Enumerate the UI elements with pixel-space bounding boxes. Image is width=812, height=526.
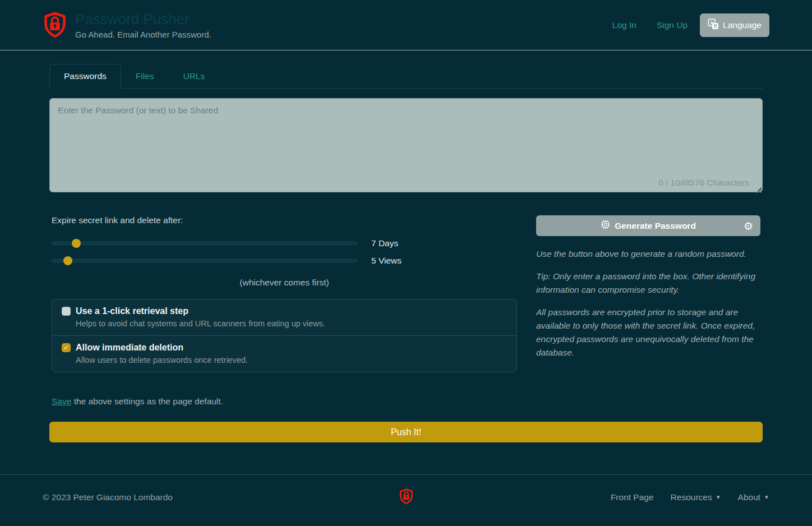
header-nav: Log In Sign Up A Language (605, 13, 769, 37)
generator-tip-paragraph: Tip: Only enter a password into the box.… (536, 270, 760, 297)
retrieval-step-checkbox[interactable] (62, 307, 71, 316)
page-subtitle: Go Ahead. Email Another Password. (75, 30, 211, 39)
password-input[interactable] (49, 98, 763, 192)
deletion-help: Allow users to delete passwords once ret… (76, 356, 507, 364)
generator-help-paragraph: Use the button above to generate a rando… (536, 247, 760, 261)
shield-lock-footer-icon (399, 487, 414, 507)
expire-label: Expire secret link and delete after: (52, 215, 517, 225)
expiration-settings: Expire secret link and delete after: 7 D… (52, 215, 517, 372)
generate-password-button[interactable]: Generate Password ⚙ (536, 215, 760, 236)
gear-icon[interactable]: ⚙ (744, 220, 753, 231)
resources-dropdown[interactable]: Resources▼ (671, 492, 721, 502)
expire-days-slider[interactable] (52, 239, 358, 248)
generator-panel: Generate Password ⚙ Use the button above… (536, 215, 760, 372)
days-slider-label: 7 Days (371, 238, 398, 248)
chevron-down-icon: ▼ (716, 494, 721, 500)
main-content: Passwords Files URLs 0 / 1048576 Charact… (43, 64, 769, 442)
generate-password-label: Generate Password (615, 221, 696, 231)
option-list: Use a 1-click retrieval step Helps to av… (52, 299, 517, 372)
encryption-note-paragraph: All passwords are encrypted prior to sto… (536, 306, 760, 359)
chevron-down-icon: ▼ (764, 494, 769, 500)
copyright-text: © 2023 Peter Giacomo Lombardo (43, 492, 278, 502)
signup-link[interactable]: Sign Up (649, 16, 695, 35)
days-slider-row: 7 Days (52, 234, 517, 252)
expire-views-slider[interactable] (52, 256, 358, 265)
about-dropdown[interactable]: About▼ (738, 492, 769, 502)
page-title: Password Pusher (75, 11, 211, 28)
tab-passwords[interactable]: Passwords (49, 64, 121, 89)
retrieval-step-help: Helps to avoid chat systems and URL scan… (76, 319, 507, 328)
front-page-link[interactable]: Front Page (611, 492, 654, 502)
password-textarea-wrap: 0 / 1048576 Characters (49, 98, 763, 195)
language-button-label: Language (723, 20, 762, 30)
whichever-note: (whichever comes first) (52, 278, 517, 288)
push-it-button[interactable]: Push It! (49, 422, 763, 442)
tab-urls[interactable]: URLs (169, 64, 220, 89)
app-header: Password Pusher Go Ahead. Email Another … (0, 0, 812, 50)
login-link[interactable]: Log In (605, 16, 644, 35)
deletion-option: ✓ Allow immediate deletion Allow users t… (52, 336, 517, 372)
deletion-label[interactable]: Allow immediate deletion (76, 343, 183, 353)
language-button[interactable]: A Language (700, 13, 769, 37)
views-slider-label: 5 Views (371, 256, 402, 266)
retrieval-step-option: Use a 1-click retrieval step Helps to av… (52, 299, 517, 336)
views-slider-row: 5 Views (52, 252, 517, 269)
check-icon: ✓ (63, 344, 69, 351)
save-settings-row: Save the above settings as the page defa… (49, 396, 763, 407)
save-settings-text: the above settings as the page default. (71, 396, 223, 406)
save-settings-link[interactable]: Save (52, 396, 71, 406)
app-footer: © 2023 Peter Giacomo Lombardo Front Page… (0, 474, 812, 519)
tab-files[interactable]: Files (121, 64, 169, 89)
generator-help: Use the button above to generate a rando… (536, 247, 760, 359)
translate-icon: A (708, 19, 719, 32)
footer-nav: Front Page Resources▼ About▼ (534, 492, 769, 502)
footer-logo (278, 487, 534, 507)
cpu-icon (601, 220, 610, 232)
shield-lock-logo-icon (43, 10, 67, 41)
retrieval-step-label[interactable]: Use a 1-click retrieval step (76, 306, 188, 316)
deletion-checkbox[interactable]: ✓ (62, 343, 71, 352)
tab-bar: Passwords Files URLs (49, 64, 763, 89)
brand[interactable]: Password Pusher Go Ahead. Email Another … (43, 10, 211, 41)
